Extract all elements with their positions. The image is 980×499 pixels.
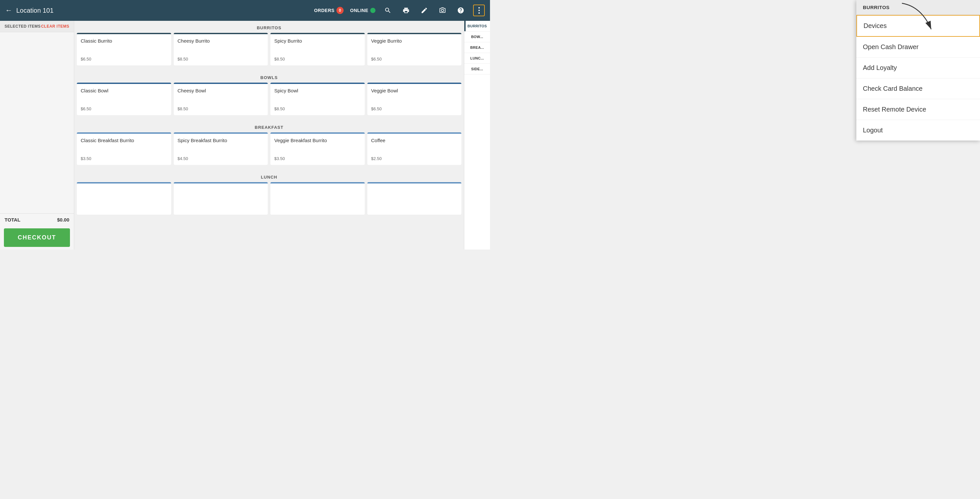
menu-item-price-2-0: $3.50 [81, 156, 167, 161]
menu-item-price-0-0: $6.50 [81, 57, 167, 62]
menu-item-0-1[interactable]: Cheesy Burrito$8.50 [174, 33, 268, 65]
menu-item-name-0-1: Cheesy Burrito [178, 38, 264, 44]
category-section-1: BOWLSClassic Bowl$6.50Cheesy Bowl$8.50Sp… [74, 71, 464, 118]
menu-item-1-1[interactable]: Cheesy Bowl$8.50 [174, 83, 268, 115]
orders-count-badge: 0 [336, 7, 344, 14]
menu-item-3-0[interactable] [77, 182, 171, 215]
items-area [0, 32, 74, 213]
menu-item-2-3[interactable]: Coffee$2.50 [368, 132, 462, 165]
category-title-1: BOWLS [74, 71, 464, 83]
menu-item-name-0-2: Spicy Burrito [274, 38, 361, 44]
menu-item-name-0-3: Veggie Burrito [371, 38, 458, 44]
total-row: TOTAL $0.00 [0, 213, 74, 226]
items-grid-0: Classic Burrito$6.50Cheesy Burrito$8.50S… [74, 33, 464, 68]
category-section-2: BREAKFASTClassic Breakfast Burrito$3.50S… [74, 120, 464, 167]
clear-items-button[interactable]: CLEAR ITEMS [41, 24, 69, 29]
menu-item-price-2-1: $4.50 [178, 156, 264, 161]
menu-item-price-0-3: $6.50 [371, 57, 458, 62]
category-title-2: BREAKFAST [74, 120, 464, 132]
category-section-3: LUNCH [74, 170, 464, 217]
search-button[interactable] [382, 5, 394, 16]
menu-item-name-2-1: Spicy Breakfast Burrito [178, 138, 264, 143]
category-nav-4[interactable]: SIDE... [464, 64, 490, 75]
menu-item-name-2-2: Veggie Breakfast Burrito [274, 138, 361, 143]
menu-item-2-2[interactable]: Veggie Breakfast Burrito$3.50 [270, 132, 365, 165]
category-nav-1[interactable]: BOW... [464, 32, 490, 42]
menu-item-price-2-3: $2.50 [371, 156, 458, 161]
online-group: ONLINE [350, 8, 375, 13]
edit-button[interactable] [418, 5, 430, 16]
menu-item-0-0[interactable]: Classic Burrito$6.50 [77, 33, 171, 65]
category-section-0: BURRITOSClassic Burrito$6.50Cheesy Burri… [74, 21, 464, 68]
total-label: TOTAL [5, 217, 21, 222]
online-label: ONLINE [350, 8, 368, 13]
more-button[interactable]: ⋮ [473, 5, 485, 16]
menu-item-3-3[interactable] [368, 182, 462, 215]
back-button[interactable]: ← [5, 6, 12, 14]
left-panel: SELECTED ITEMS CLEAR ITEMS TOTAL $0.00 C… [0, 21, 74, 249]
location-title: Location 101 [16, 7, 310, 14]
main-layout: SELECTED ITEMS CLEAR ITEMS TOTAL $0.00 C… [0, 21, 490, 249]
online-indicator [370, 8, 375, 13]
menu-item-2-0[interactable]: Classic Breakfast Burrito$3.50 [77, 132, 171, 165]
menu-item-1-3[interactable]: Veggie Bowl$6.50 [368, 83, 462, 115]
menu-item-price-0-1: $8.50 [178, 57, 264, 62]
menu-item-name-1-2: Spicy Bowl [274, 88, 361, 93]
menu-item-2-1[interactable]: Spicy Breakfast Burrito$4.50 [174, 132, 268, 165]
menu-item-price-1-2: $8.50 [274, 106, 361, 111]
header-actions: ORDERS 0 ONLINE ⋮ [314, 5, 485, 16]
app-header: ← Location 101 ORDERS 0 ONLINE ⋮ [0, 0, 490, 21]
checkout-button[interactable]: CHECKOUT [4, 228, 70, 247]
center-panel: BURRITOSClassic Burrito$6.50Cheesy Burri… [74, 21, 464, 249]
selected-items-label: SELECTED ITEMS [5, 24, 41, 29]
menu-item-name-1-1: Cheesy Bowl [178, 88, 264, 93]
menu-item-price-1-3: $6.50 [371, 106, 458, 111]
menu-item-price-1-0: $6.50 [81, 106, 167, 111]
menu-item-name-1-3: Veggie Bowl [371, 88, 458, 93]
menu-item-3-1[interactable] [174, 182, 268, 215]
total-amount: $0.00 [57, 217, 69, 222]
category-nav-3[interactable]: LUNC... [464, 53, 490, 64]
menu-item-price-0-2: $8.50 [274, 57, 361, 62]
orders-label: ORDERS [314, 8, 334, 13]
items-grid-1: Classic Bowl$6.50Cheesy Bowl$8.50Spicy B… [74, 83, 464, 118]
right-sidebar: BURRITOSBOW...BREA...LUNC...SIDE... [464, 21, 490, 249]
category-nav-2[interactable]: BREA... [464, 42, 490, 53]
camera-button[interactable] [437, 5, 449, 16]
category-title-3: LUNCH [74, 170, 464, 182]
menu-item-1-0[interactable]: Classic Bowl$6.50 [77, 83, 171, 115]
category-title-0: BURRITOS [74, 21, 464, 33]
menu-item-price-2-2: $3.50 [274, 156, 361, 161]
help-button[interactable] [455, 5, 466, 16]
more-icon: ⋮ [475, 6, 483, 15]
menu-item-1-2[interactable]: Spicy Bowl$8.50 [270, 83, 365, 115]
menu-item-price-1-1: $8.50 [178, 106, 264, 111]
back-icon: ← [5, 6, 12, 14]
print-button[interactable] [400, 5, 412, 16]
items-grid-3 [74, 182, 464, 217]
menu-item-3-2[interactable] [270, 182, 365, 215]
items-grid-2: Classic Breakfast Burrito$3.50Spicy Brea… [74, 132, 464, 167]
menu-item-0-2[interactable]: Spicy Burrito$8.50 [270, 33, 365, 65]
selected-items-header: SELECTED ITEMS CLEAR ITEMS [0, 21, 74, 32]
menu-item-name-2-3: Coffee [371, 138, 458, 143]
orders-group: ORDERS 0 [314, 7, 344, 14]
category-nav-0[interactable]: BURRITOS [464, 21, 490, 32]
menu-item-name-0-0: Classic Burrito [81, 38, 167, 44]
menu-item-name-1-0: Classic Bowl [81, 88, 167, 93]
menu-item-name-2-0: Classic Breakfast Burrito [81, 138, 167, 143]
menu-item-0-3[interactable]: Veggie Burrito$6.50 [368, 33, 462, 65]
